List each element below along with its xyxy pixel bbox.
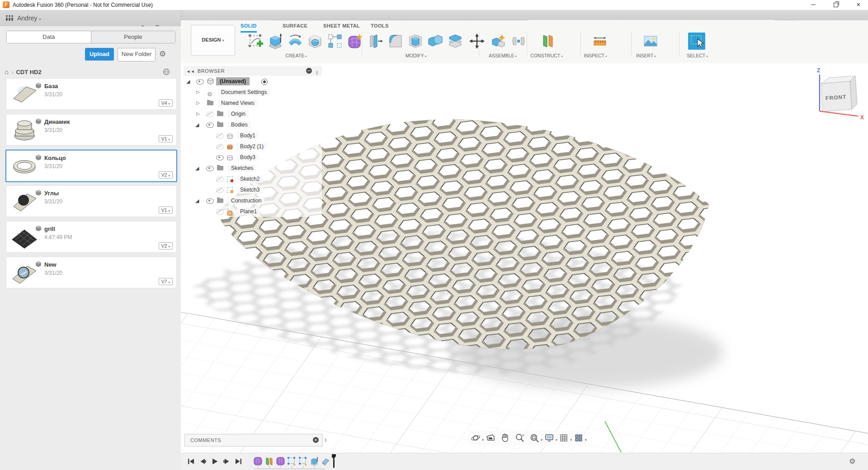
timeline-feature-form-icon[interactable]	[276, 456, 285, 466]
browser-minus-icon[interactable]	[306, 68, 312, 74]
ribbon-tab-tools[interactable]: TOOLS	[371, 23, 389, 30]
root-label[interactable]: (Unsaved)	[216, 77, 250, 85]
browser-node-origin[interactable]: ▷ Origin	[184, 108, 322, 119]
timeline-feature-sketch-icon[interactable]	[287, 456, 297, 466]
expander-icon[interactable]: ◢	[195, 195, 202, 206]
tab-people[interactable]: People	[91, 31, 175, 43]
version-chip[interactable]: V4	[159, 99, 173, 107]
browser-node-root[interactable]: ◢ (Unsaved)	[184, 76, 322, 87]
timeline-feature-remove-icon[interactable]	[321, 456, 330, 466]
window-close-button[interactable]: ×	[851, 0, 866, 10]
expander-icon[interactable]: ◢	[195, 119, 202, 130]
version-chip[interactable]: V2	[159, 171, 173, 179]
fillet-icon[interactable]	[387, 33, 404, 50]
data-item-dinamik[interactable]: Динамик 3/31/20 V1	[6, 114, 177, 146]
browser-node-document-settings[interactable]: ▷ ⚙ Document Settings	[184, 87, 322, 98]
timeline-feature-form-icon[interactable]	[253, 456, 263, 466]
split-body-icon[interactable]	[447, 33, 464, 50]
window-restore-button[interactable]	[828, 0, 844, 10]
timeline-position-marker[interactable]	[331, 456, 336, 468]
timeline-feature-plane-icon[interactable]	[264, 456, 274, 466]
upload-button[interactable]: Upload	[85, 48, 114, 61]
browser-node-body3[interactable]: Body3	[184, 152, 322, 163]
combine-icon[interactable]	[427, 33, 444, 50]
viewports-icon[interactable]: ▾	[574, 433, 584, 443]
timeline-go-to-start-button[interactable]	[187, 457, 196, 466]
group-label-create[interactable]: CREATE	[271, 53, 321, 58]
browser-node-sketches[interactable]: ◢ Sketches	[184, 163, 322, 174]
visibility-eye-icon[interactable]	[216, 144, 224, 150]
browser-node-construction[interactable]: ◢ Construction	[184, 195, 322, 206]
timeline-feature-extrude-icon[interactable]	[310, 456, 319, 466]
orbit-icon[interactable]: ▾	[471, 433, 481, 443]
measure-icon[interactable]	[591, 33, 609, 50]
browser-node-bodies[interactable]: ◢ Bodies	[184, 119, 322, 130]
select-tool-icon[interactable]	[688, 33, 705, 50]
add-comment-icon[interactable]	[313, 437, 319, 443]
data-item-grill[interactable]: grill 4:47:49 PM V2	[6, 221, 177, 253]
browser-header[interactable]: ◄◄BROWSER ‖	[184, 66, 322, 76]
browser-node-body1[interactable]: Body1	[184, 130, 322, 141]
visibility-eye-icon[interactable]	[206, 166, 214, 171]
press-pull-icon[interactable]	[367, 33, 384, 50]
zoom-icon[interactable]: ±	[515, 433, 525, 443]
version-chip[interactable]: V1	[159, 135, 173, 142]
visibility-eye-icon[interactable]	[216, 177, 224, 182]
data-item-new[interactable]: New 3/31/20 V7	[6, 257, 177, 288]
version-chip[interactable]: V1	[159, 207, 173, 214]
timeline-step-forward-button[interactable]	[222, 457, 231, 466]
visibility-eye-icon[interactable]	[206, 112, 214, 117]
home-icon[interactable]: ⌂	[5, 68, 9, 75]
visibility-eye-icon[interactable]	[216, 133, 224, 139]
ribbon-tab-surface[interactable]: SURFACE	[283, 23, 307, 30]
timeline-step-back-button[interactable]	[199, 457, 208, 466]
extrude-icon[interactable]	[267, 33, 284, 50]
version-chip[interactable]: V2	[159, 242, 173, 249]
timeline-go-to-end-button[interactable]	[234, 457, 243, 466]
tab-data[interactable]: Data	[7, 31, 91, 43]
group-label-inspect[interactable]: INSPECT	[571, 53, 620, 58]
visibility-eye-icon[interactable]	[216, 155, 224, 160]
visibility-eye-icon[interactable]	[196, 79, 204, 85]
collapse-panel-icon[interactable]: ◄◄	[186, 69, 195, 74]
expander-icon[interactable]: ◢	[195, 163, 202, 174]
expander-icon[interactable]: ▷	[196, 108, 203, 119]
browser-node-sketch2[interactable]: Sketch2	[184, 174, 322, 184]
data-item-ugly[interactable]: Углы 3/31/20 V1	[6, 185, 177, 217]
group-label-select[interactable]: SELECT	[674, 53, 721, 58]
panel-grip-handle[interactable]: ‖	[325, 434, 327, 446]
group-label-construct[interactable]: CONSTRUCT	[517, 53, 576, 58]
data-item-kolco[interactable]: Кольцо 3/31/20 V2	[5, 150, 177, 182]
browser-node-body2[interactable]: Body2 (1)	[184, 141, 322, 152]
panel-settings-gear-icon[interactable]: ⚙	[159, 48, 166, 61]
create-form-icon[interactable]	[346, 33, 363, 50]
look-at-icon[interactable]	[486, 433, 495, 443]
visibility-eye-icon[interactable]	[206, 198, 214, 204]
expander-icon[interactable]: ◢	[186, 76, 193, 87]
new-component-icon[interactable]	[490, 33, 507, 50]
construct-plane-icon[interactable]	[539, 33, 556, 50]
insert-image-icon[interactable]	[642, 33, 659, 50]
shell-icon[interactable]	[407, 33, 424, 50]
browser-node-sketch3[interactable]: Sketch3	[184, 184, 322, 195]
joint-icon[interactable]	[510, 33, 527, 50]
viewport-3d[interactable]: Z X FRONT ◄◄BROWSER ‖ ◢ (Unsaved) ▷ ⚙	[181, 63, 868, 453]
browser-node-plane1[interactable]: Plane1	[184, 206, 322, 217]
timeline-play-button[interactable]	[211, 457, 220, 466]
expander-icon[interactable]: ▷	[196, 98, 203, 108]
data-item-baza[interactable]: База 3/31/20 V4	[6, 78, 177, 110]
version-chip[interactable]: V7	[159, 278, 173, 285]
group-label-modify[interactable]: MODIFY	[391, 53, 441, 58]
display-settings-icon[interactable]: ▾	[544, 433, 554, 443]
group-label-insert[interactable]: INSERT	[621, 53, 671, 58]
viewcube[interactable]: Z X FRONT	[817, 67, 864, 121]
ribbon-tab-sheetmetal[interactable]: SHEET METAL	[323, 23, 360, 30]
ribbon-tab-solid[interactable]: SOLID	[241, 23, 257, 33]
breadcrumb-folder[interactable]: CDT HD2	[16, 69, 41, 75]
revolve-icon[interactable]	[287, 33, 304, 50]
people-grid-icon[interactable]	[5, 15, 14, 23]
grid-settings-icon[interactable]: ▾	[559, 433, 569, 443]
pan-hand-icon[interactable]	[500, 433, 510, 443]
visibility-eye-icon[interactable]	[216, 209, 224, 215]
timeline-settings-gear-icon[interactable]: ⚙	[849, 457, 855, 465]
